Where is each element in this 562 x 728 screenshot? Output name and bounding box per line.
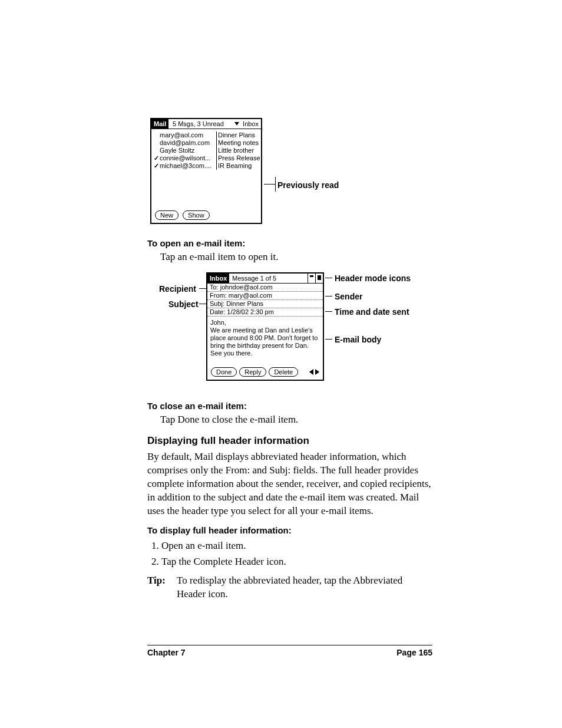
heading-steps: To display full header information: — [147, 525, 432, 535]
callout-brace — [275, 177, 276, 192]
column-divider — [216, 139, 217, 147]
prev-icon[interactable] — [309, 369, 313, 375]
footer-right: Page 165 — [396, 648, 432, 657]
tip-text: To redisplay the abbreviated header, tap… — [177, 574, 432, 601]
callout-time: Time and date sent — [335, 307, 409, 317]
subject-cell: Meeting notes — [218, 139, 260, 147]
delete-button[interactable]: Delete — [269, 367, 298, 377]
para-full-header: By default, Mail displays abbreviated he… — [147, 450, 432, 518]
column-divider — [216, 147, 217, 154]
mail-buttons: New Show — [155, 210, 212, 220]
sender-cell: Gayle Stoltz — [160, 147, 216, 154]
callout-subject: Subject — [168, 299, 199, 309]
text-close: Tap Done to close the e-mail item. — [160, 413, 432, 427]
sender-cell: michael@3com.... — [160, 162, 216, 170]
heading-close: To close an e-mail item: — [147, 401, 432, 411]
mail-titlebar: Mail 5 Msgs, 3 Unread Inbox — [151, 119, 261, 129]
header-mode-icons[interactable] — [308, 274, 323, 283]
mail-status: 5 Msgs, 3 Unread — [173, 119, 224, 129]
footer-left: Chapter 7 — [147, 648, 186, 657]
message-buttons: Done Reply Delete — [211, 367, 319, 377]
column-divider — [216, 162, 217, 170]
tip-label: Tip: — [147, 574, 177, 601]
list-item[interactable]: ✓ connie@wilsont... Press Release — [153, 154, 260, 162]
folder-label: Inbox — [243, 120, 259, 127]
step-item: Open an e-mail item. — [161, 538, 432, 554]
callout-leader — [325, 339, 332, 340]
nav-arrows[interactable] — [309, 369, 319, 375]
section-open: To open an e-mail item: Tap an e-mail it… — [147, 238, 432, 264]
callout-previously-read: Previously read — [277, 180, 339, 190]
callout-sender: Sender — [335, 292, 362, 301]
sender-cell: mary@aol.com — [160, 131, 216, 139]
email-body: John, We are meeting at Dan and Leslie's… — [207, 317, 323, 357]
text-open: Tap an e-mail item to open it. — [160, 251, 432, 264]
list-item[interactable]: david@palm.com Meeting notes — [153, 139, 260, 147]
callout-leader — [325, 296, 332, 297]
mail-list-screen: Mail 5 Msgs, 3 Unread Inbox mary@aol.com… — [150, 118, 262, 224]
app-name: Mail — [151, 119, 168, 129]
callout-leader — [325, 278, 332, 278]
figure-message: Recipient Subject Inbox Message 1 of 5 T… — [147, 272, 432, 390]
list-item[interactable]: mary@aol.com Dinner Plans — [153, 131, 260, 139]
field-from: From: mary@aol.com — [207, 292, 323, 300]
subject-cell: IR Beaming — [218, 162, 260, 170]
done-button[interactable]: Done — [211, 367, 237, 377]
heading-open: To open an e-mail item: — [147, 238, 432, 248]
steps-list: Open an e-mail item. Tap the Complete He… — [147, 538, 432, 569]
sender-cell: connie@wilsont... — [160, 154, 216, 162]
message-screen: Inbox Message 1 of 5 To: johndoe@aol.com… — [206, 272, 324, 381]
sender-cell: david@palm.com — [160, 139, 216, 147]
step-item: Tap the Complete Header icon. — [161, 554, 432, 569]
field-to: To: johndoe@aol.com — [207, 284, 323, 292]
abbrev-header-icon[interactable] — [308, 274, 315, 283]
tip-block: Tip: To redisplay the abbreviated header… — [147, 574, 432, 601]
field-subj: Subj: Dinner Plans — [207, 300, 323, 308]
complete-header-icon[interactable] — [315, 274, 323, 283]
column-divider — [216, 131, 217, 139]
message-count: Message 1 of 5 — [232, 274, 276, 283]
callout-leader — [264, 184, 276, 185]
subject-cell: Press Release — [218, 154, 260, 162]
subject-cell: Little brother — [218, 147, 260, 154]
section-full-header: Displaying full header information By de… — [147, 435, 432, 601]
next-icon[interactable] — [315, 369, 319, 375]
list-item[interactable]: ✓ michael@3com.... IR Beaming — [153, 162, 260, 170]
new-button[interactable]: New — [155, 210, 178, 220]
message-titlebar: Inbox Message 1 of 5 — [207, 274, 323, 284]
footer-rule — [147, 645, 432, 645]
callout-leader — [325, 311, 332, 312]
page-footer: Chapter 7 Page 165 — [147, 645, 432, 657]
app-name: Inbox — [207, 274, 229, 283]
column-divider — [216, 154, 217, 162]
section-close: To close an e-mail item: Tap Done to clo… — [147, 401, 432, 427]
subject-cell: Dinner Plans — [218, 131, 260, 139]
figure-inbox: Mail 5 Msgs, 3 Unread Inbox mary@aol.com… — [147, 118, 432, 230]
header-fields: To: johndoe@aol.com From: mary@aol.com S… — [207, 284, 323, 317]
callout-header-icons: Header mode icons — [335, 274, 411, 283]
show-button[interactable]: Show — [183, 210, 210, 220]
mail-list: mary@aol.com Dinner Plans david@palm.com… — [151, 129, 261, 170]
page: Mail 5 Msgs, 3 Unread Inbox mary@aol.com… — [0, 0, 562, 728]
callout-recipient: Recipient — [159, 284, 196, 294]
folder-selector[interactable]: Inbox — [234, 119, 259, 129]
heading-full-header: Displaying full header information — [147, 435, 432, 447]
read-check-icon: ✓ — [153, 154, 160, 162]
read-check-icon: ✓ — [153, 162, 160, 170]
dropdown-icon — [234, 122, 239, 126]
callout-body: E-mail body — [335, 335, 381, 344]
reply-button[interactable]: Reply — [239, 367, 266, 377]
field-date: Date: 1/28/02 2:30 pm — [207, 308, 323, 317]
list-item[interactable]: Gayle Stoltz Little brother — [153, 147, 260, 154]
